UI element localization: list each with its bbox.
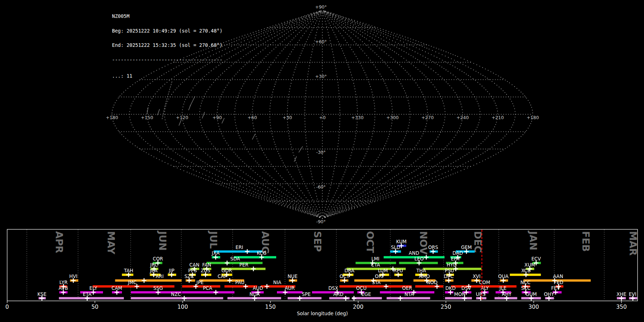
shower-label-PCA: PCA	[203, 286, 212, 291]
meteor-trail	[190, 96, 195, 106]
shower-label-LMI: LMI	[371, 256, 380, 262]
shower-label-NZC: NZC	[171, 292, 181, 297]
shower-bar-ETA	[59, 297, 124, 299]
shower-label-SCC: SCC	[521, 286, 531, 291]
shower-label-QUA: QUA	[498, 274, 508, 279]
shower-bar-PAU	[224, 285, 257, 287]
month-label: JUN	[157, 230, 168, 251]
shower-bar-MON	[445, 297, 472, 299]
shower-activity-chart: APRMAYJUNJULAUGSEPOCTNOVDECJANFEBMARKUME…	[5, 229, 639, 316]
sky-lon-label: +300	[386, 115, 399, 120]
shower-label-OHY: OHY	[544, 292, 554, 297]
shower-label-XVI: XVI	[473, 274, 480, 279]
shower-label-GDR: GDR	[221, 268, 232, 273]
shower-bar-EGE	[352, 297, 382, 299]
shower-label-CAP: CAP	[218, 274, 227, 279]
shower-label-JRC: JRC	[150, 262, 158, 268]
shower-peak-cross-NZC	[182, 296, 186, 301]
shower-label-URS: URS	[476, 292, 486, 297]
shower-label-CAN: CAN	[189, 262, 199, 268]
shower-bar-PCA	[182, 291, 235, 293]
shower-label-LUM: LUM	[378, 268, 388, 273]
sky-lon-label: +210	[492, 115, 504, 120]
shower-label-COR: COR	[153, 256, 163, 262]
shower-label-SZC: SZC	[184, 274, 194, 279]
month-label: MAY	[106, 231, 117, 254]
sky-lon-label: +240	[457, 115, 469, 120]
shower-peak-cross-PCA	[214, 290, 218, 295]
shower-label-ARI: ARI	[156, 274, 164, 279]
shower-label-DPC: DPC	[444, 274, 454, 279]
shower-bar-SDA	[206, 262, 263, 264]
shower-label-AUD: AUD	[253, 286, 263, 291]
end-time: End: 20251222 15:32:35 (sol = 270.68°)	[112, 43, 223, 48]
shower-label-KCG: KCG	[257, 250, 267, 256]
sky-lon-label: +0	[319, 115, 326, 120]
shower-label-FED: FED	[554, 280, 563, 285]
month-label: OCT	[365, 231, 376, 253]
shower-label-XCB: XCB	[521, 268, 531, 273]
shower-label-GUM: GUM	[526, 292, 537, 297]
shower-label-JLE: JLE	[499, 286, 507, 291]
shower-peak-cross-ARI	[142, 278, 146, 283]
shower-label-AMO: AMO	[419, 274, 430, 279]
shower-bar-NZC	[131, 297, 223, 299]
shower-label-ERI: ERI	[235, 245, 243, 250]
shower-label-OCT: OCT	[340, 274, 350, 279]
shower-label-PER: PER	[239, 262, 248, 268]
meteor-observation-screen: NZ005M Beg: 20251222 10:49:29 (sol = 270…	[0, 0, 644, 322]
month-label: APR	[54, 231, 65, 253]
shower-peak-cross-STA	[384, 284, 389, 289]
sky-lon-label: +270	[421, 115, 434, 120]
sky-lon-labels: +180+150+120+90+60+30+0+330+300+270+240+…	[106, 115, 539, 120]
shower-label-CAM: CAM	[112, 286, 122, 291]
shower-label-JIP: JIP	[169, 268, 175, 273]
shower-label-NDA: NDA	[249, 292, 260, 297]
shower-label-PSU: PSU	[445, 268, 454, 273]
shower-label-ORS: ORS	[428, 245, 438, 250]
shower-label-ELY: ELY	[89, 286, 98, 291]
shower-label-NTA: NTA	[404, 292, 414, 297]
header-info: NZ005M Beg: 20251222 10:49:29 (sol = 270…	[112, 4, 223, 88]
shower-label-JPE: JPE	[196, 280, 204, 285]
x-tick-label: 0	[5, 304, 9, 310]
shower-label-TAH: TAH	[123, 268, 133, 273]
month-label: NOV	[418, 231, 429, 255]
shower-label-CTA: CTA	[371, 262, 380, 268]
x-tick-label: 50	[91, 304, 98, 310]
shower-peak-cross-AND	[424, 255, 429, 260]
shower-peak-cross-ERI	[245, 249, 250, 254]
shower-bar-JPE	[182, 285, 220, 287]
shower-label-ETA: ETA	[83, 292, 92, 297]
shower-label-NUE: NUE	[288, 274, 298, 279]
begin-time: Beg: 20251222 10:49:29 (sol = 270.48°)	[112, 29, 223, 34]
shower-label-ORI: ORI	[375, 274, 383, 279]
shower-label-JEA: JEA	[150, 268, 157, 273]
sky-lat-label: -60°	[316, 184, 326, 190]
shower-label-NIA: NIA	[273, 280, 282, 285]
station-id: NZ005M	[112, 14, 223, 19]
shower-label-NOO: NOO	[426, 280, 438, 285]
shower-label-JMC: JMC	[128, 280, 137, 285]
shower-bar-ARI	[115, 279, 182, 282]
shower-label-AVB: AVB	[59, 286, 68, 291]
shower-label-LYR: LYR	[59, 280, 68, 285]
shower-label-AAN: AAN	[553, 274, 563, 279]
shower-label-XUM: XUM	[525, 262, 535, 268]
month-label: MAR	[628, 231, 639, 256]
shower-bar-NTA	[387, 297, 430, 299]
x-tick-label: 350	[616, 304, 627, 310]
sky-lon-label: +30	[283, 115, 292, 120]
shower-label-STA: STA	[372, 280, 380, 285]
shower-label-SDA: SDA	[230, 256, 240, 262]
shower-bar-ERI	[214, 250, 262, 253]
meteor-count: ...: 11	[112, 74, 223, 79]
sky-lat-label: -30°	[316, 150, 326, 155]
shower-label-SSG: SSG	[153, 286, 163, 291]
shower-label-FAN: FAN	[202, 262, 211, 268]
sky-lon-label: +330	[351, 115, 364, 120]
shower-label-MON: MON	[454, 292, 465, 297]
shower-label-AHY: AHY	[502, 292, 512, 297]
plot-canvas: +90°+60°+30°-30°-60°-90°+180+150+120+90+…	[0, 0, 644, 322]
shower-label-FEV: FEV	[551, 286, 560, 291]
